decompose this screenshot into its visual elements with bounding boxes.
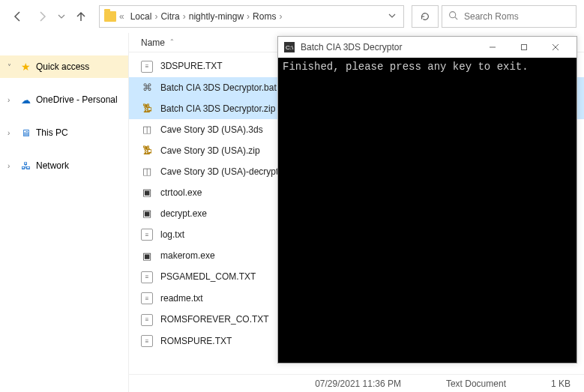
file-name-label: ctrtool.exe (160, 187, 202, 198)
file-type-icon: 🗜 (141, 145, 153, 157)
file-type-icon: ≡ (141, 313, 153, 326)
search-icon (448, 10, 458, 22)
file-name-label: ROMSFOREVER_CO.TXT (160, 314, 269, 325)
file-name-label: Cave Story 3D (USA)-decrypted. (160, 166, 291, 177)
file-type-icon: ≡ (141, 335, 153, 348)
console-window[interactable]: C:\ Batch CIA 3DS Decryptor Finished, pl… (277, 36, 577, 364)
file-name-label: Batch CIA 3DS Decryptor.zip (160, 103, 275, 114)
breadcrumb-segment[interactable]: nightly-mingw (186, 11, 247, 22)
file-name-label: 3DSPURE.TXT (160, 61, 223, 71)
search-box[interactable] (442, 5, 577, 28)
search-input[interactable] (464, 11, 570, 22)
sort-indicator-icon: ⌃ (169, 38, 175, 45)
expand-chevron-icon[interactable]: ˅ (7, 63, 15, 71)
nav-item-label: Quick access (36, 61, 89, 72)
monitor-icon: 🖥 (19, 127, 31, 139)
breadcrumb-segment[interactable]: Citra (157, 11, 182, 22)
file-name-label: readme.txt (160, 293, 203, 304)
status-bar: 07/29/2021 11:36 PM Text Document 1 KB (129, 374, 584, 392)
nav-item-this-pc[interactable]: ›🖥This PC (0, 121, 128, 144)
refresh-button[interactable] (412, 5, 439, 28)
svg-point-0 (450, 12, 456, 18)
file-type-icon: ▣ (141, 187, 153, 199)
file-type-icon: ▣ (141, 250, 153, 262)
file-type-icon: ⌘ (141, 82, 153, 94)
forward-button[interactable] (31, 6, 52, 27)
recent-locations-button[interactable] (55, 6, 67, 27)
console-title-text: Batch CIA 3DS Decryptor (301, 42, 402, 52)
breadcrumb-segment[interactable]: Local (127, 11, 155, 22)
file-type-icon: 🗜 (141, 103, 153, 115)
nav-item-label: Network (36, 160, 69, 171)
file-type-icon: ≡ (141, 60, 153, 73)
file-type-icon: ≡ (141, 271, 153, 283)
file-name-label: Cave Story 3D (USA).3ds (160, 124, 263, 135)
console-output[interactable]: Finished, please press any key to exit. (278, 58, 577, 363)
expand-chevron-icon[interactable]: › (7, 162, 15, 170)
status-size: 1 KB (551, 379, 571, 389)
file-type-icon: ▣ (141, 208, 153, 220)
file-name-label: Batch CIA 3DS Decryptor.bat (160, 82, 277, 93)
file-name-label: makerom.exe (160, 250, 215, 261)
history-dropdown[interactable] (385, 11, 399, 22)
file-name-label: Cave Story 3D (USA).zip (160, 145, 260, 156)
status-date: 07/29/2021 11:36 PM (315, 379, 401, 389)
maximize-button[interactable] (509, 38, 539, 56)
network-icon: 🖧 (19, 160, 31, 172)
nav-item-label: OneDrive - Personal (36, 94, 118, 105)
breadcrumb-segment[interactable]: Roms (250, 11, 279, 22)
file-type-icon: ◫ (141, 124, 153, 136)
status-type: Text Document (446, 379, 506, 389)
file-name-label: decrypt.exe (160, 208, 207, 219)
nav-item-label: This PC (36, 127, 68, 138)
minimize-button[interactable] (478, 38, 508, 56)
cloud-icon: ☁ (19, 94, 31, 106)
chevron-right-icon[interactable]: › (279, 11, 282, 22)
file-name-label: PSGAMEDL_COM.TXT (160, 271, 256, 282)
file-name-label: ROMSPURE.TXT (160, 336, 232, 346)
crumb-overflow[interactable]: « (119, 11, 124, 22)
file-type-icon: ≡ (141, 229, 153, 241)
file-name-label: log.txt (160, 229, 184, 240)
address-bar[interactable]: « Local›Citra›nightly-mingw›Roms› (99, 5, 404, 28)
nav-item-onedrive-personal[interactable]: ›☁OneDrive - Personal (0, 88, 128, 111)
close-button[interactable] (541, 38, 571, 56)
nav-item-network[interactable]: ›🖧Network (0, 154, 128, 177)
column-name-label: Name (141, 37, 165, 48)
folder-icon (104, 10, 116, 22)
navigation-pane: ˅★Quick access›☁OneDrive - Personal›🖥Thi… (0, 33, 129, 392)
back-button[interactable] (7, 6, 28, 27)
expand-chevron-icon[interactable]: › (7, 129, 15, 137)
toolbar: « Local›Citra›nightly-mingw›Roms› (0, 0, 584, 33)
nav-item-quick-access[interactable]: ˅★Quick access (0, 55, 128, 78)
file-type-icon: ≡ (141, 292, 153, 305)
expand-chevron-icon[interactable]: › (7, 96, 15, 104)
star-icon: ★ (19, 61, 31, 73)
svg-rect-1 (522, 45, 527, 50)
up-button[interactable] (70, 6, 91, 27)
console-titlebar[interactable]: C:\ Batch CIA 3DS Decryptor (278, 37, 577, 58)
file-type-icon: ◫ (141, 166, 153, 178)
console-icon: C:\ (284, 42, 295, 52)
